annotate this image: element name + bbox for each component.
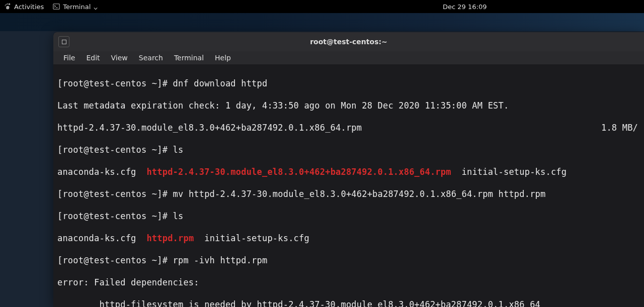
term-line: anaconda-ks.cfg httpd.rpm initial-setup-… bbox=[57, 233, 641, 244]
prompt: [root@test-centos ~]# bbox=[57, 189, 173, 199]
prompt: [root@test-centos ~]# bbox=[57, 78, 173, 88]
appmenu-label: Terminal bbox=[63, 3, 91, 11]
menu-file[interactable]: File bbox=[58, 52, 80, 63]
term-line: [root@test-centos ~]# dnf download httpd bbox=[57, 78, 641, 89]
download-speed: 1.8 MB/ bbox=[601, 122, 641, 133]
term-line: anaconda-ks.cfg httpd-2.4.37-30.module_e… bbox=[57, 166, 641, 177]
window-menu-button[interactable] bbox=[58, 36, 69, 47]
prompt: [root@test-centos ~]# bbox=[57, 145, 173, 155]
term-line: httpd-2.4.37-30.module_el8.3.0+462+ba287… bbox=[57, 122, 641, 133]
appmenu-button[interactable]: Terminal bbox=[53, 3, 98, 11]
cmd: ls bbox=[173, 211, 184, 221]
term-line: [root@test-centos ~]# ls bbox=[57, 144, 641, 155]
activities-label: Activities bbox=[14, 3, 44, 11]
menu-view[interactable]: View bbox=[106, 52, 133, 63]
term-line: error: Failed dependencies: bbox=[57, 277, 641, 288]
term-line: [root@test-centos ~]# ls bbox=[57, 211, 641, 222]
terminal-viewport[interactable]: [root@test-centos ~]# dnf download httpd… bbox=[53, 65, 644, 307]
svg-point-3 bbox=[5, 5, 6, 6]
menu-help[interactable]: Help bbox=[210, 52, 236, 63]
term-line: [root@test-centos ~]# rpm -ivh httpd.rpm bbox=[57, 255, 641, 266]
prompt: [root@test-centos ~]# bbox=[57, 211, 173, 221]
svg-point-0 bbox=[9, 3, 11, 5]
menu-search[interactable]: Search bbox=[134, 52, 168, 63]
window-menu-icon bbox=[62, 40, 66, 44]
cmd: mv httpd-2.4.37-30.module_el8.3.0+462+ba… bbox=[173, 189, 546, 199]
cmd: rpm -ivh httpd.rpm bbox=[173, 255, 268, 265]
rpm-file-red: httpd-2.4.37-30.module_el8.3.0+462+ba287… bbox=[146, 167, 451, 177]
rpm-file: httpd-2.4.37-30.module_el8.3.0+462+ba287… bbox=[57, 123, 362, 133]
gnome-foot-icon bbox=[4, 3, 11, 10]
term-line: httpd-filesystem is needed by httpd-2.4.… bbox=[57, 299, 641, 307]
cmd: ls bbox=[173, 145, 184, 155]
menu-edit[interactable]: Edit bbox=[81, 52, 105, 63]
window-titlebar[interactable]: root@test-centos:~ bbox=[53, 32, 644, 51]
cmd: dnf download httpd bbox=[173, 78, 268, 88]
svg-rect-4 bbox=[53, 4, 59, 10]
desktop-background-strip bbox=[0, 13, 644, 31]
activities-button[interactable]: Activities bbox=[4, 3, 44, 11]
prompt: [root@test-centos ~]# bbox=[57, 255, 173, 265]
chevron-down-icon bbox=[94, 5, 98, 9]
term-line: [root@test-centos ~]# mv httpd-2.4.37-30… bbox=[57, 188, 641, 199]
rpm-file-red: httpd.rpm bbox=[146, 233, 194, 243]
terminal-window: root@test-centos:~ File Edit View Search… bbox=[53, 32, 644, 307]
window-title: root@test-centos:~ bbox=[310, 38, 387, 46]
svg-point-2 bbox=[6, 4, 7, 5]
terminal-icon bbox=[53, 3, 60, 10]
term-line: Last metadata expiration check: 1 day, 4… bbox=[57, 100, 641, 111]
gnome-topbar: Activities Terminal Dec 29 16:09 bbox=[0, 0, 644, 13]
svg-point-1 bbox=[7, 4, 8, 5]
terminal-menubar: File Edit View Search Terminal Help bbox=[53, 51, 644, 65]
topbar-clock[interactable]: Dec 29 16:09 bbox=[443, 3, 487, 11]
menu-terminal[interactable]: Terminal bbox=[169, 52, 209, 63]
